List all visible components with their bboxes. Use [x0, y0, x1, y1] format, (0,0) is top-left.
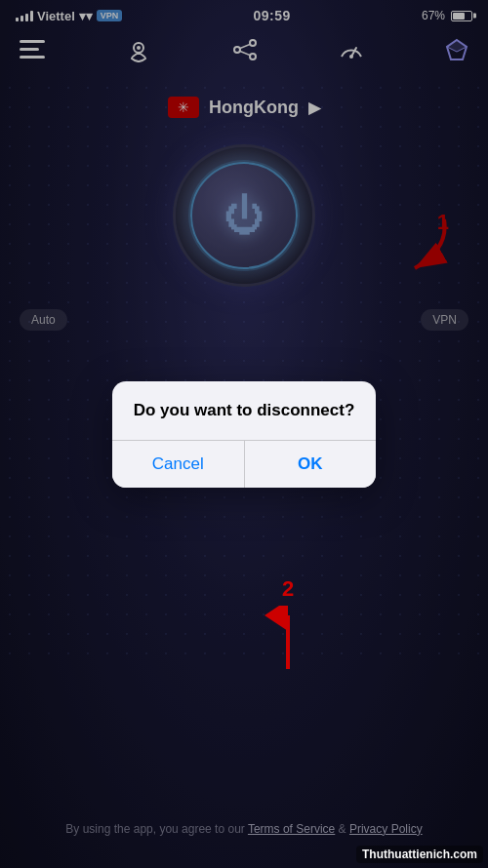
annotation-arrow-2: 2: [264, 576, 312, 678]
modal-overlay: Do you want to disconnect? Cancel OK: [0, 0, 488, 868]
dialog-buttons: Cancel OK: [112, 440, 376, 488]
annotation-number-2: 2: [264, 576, 312, 602]
disconnect-dialog: Do you want to disconnect? Cancel OK: [112, 381, 376, 488]
ok-button[interactable]: OK: [245, 441, 377, 488]
dialog-title: Do you want to disconnect?: [112, 381, 376, 428]
watermark: Thuthuattienich.com: [356, 846, 483, 863]
cancel-button[interactable]: Cancel: [112, 441, 245, 488]
